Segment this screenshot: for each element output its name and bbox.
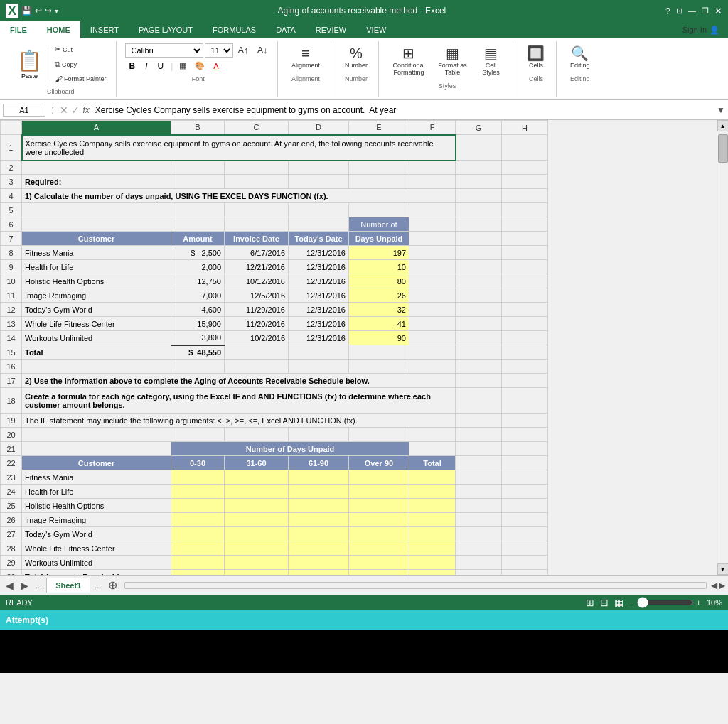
cut-button[interactable]: ✂ Cut	[51, 43, 110, 56]
cell-h4[interactable]	[502, 189, 548, 203]
tab-data[interactable]: DATA	[266, 21, 306, 38]
cell-f30[interactable]	[410, 570, 456, 576]
cell-c7[interactable]: Invoice Date	[225, 232, 289, 246]
save-icon[interactable]: 💾	[21, 6, 32, 16]
cell-f10[interactable]	[410, 274, 456, 288]
cell-b24[interactable]	[171, 485, 225, 499]
cell-f11[interactable]	[410, 288, 456, 303]
insert-function-icon[interactable]: fx	[82, 105, 89, 115]
cell-e23[interactable]	[349, 470, 410, 485]
col-header-h[interactable]: H	[502, 121, 548, 135]
cell-e22[interactable]: Over 90	[349, 456, 410, 470]
cell-c29[interactable]	[225, 556, 289, 570]
cell-f5[interactable]	[410, 203, 456, 217]
cell-h8[interactable]	[502, 246, 548, 260]
cell-b13[interactable]: 15,900	[171, 317, 225, 331]
cell-a12[interactable]: Today's Gym World	[22, 303, 171, 317]
cell-c5[interactable]	[225, 203, 289, 217]
help-icon[interactable]: ?	[665, 6, 670, 16]
cell-g2[interactable]	[456, 161, 502, 175]
scroll-down-arrow[interactable]: ▼	[717, 563, 729, 575]
cell-f23[interactable]	[410, 470, 456, 485]
cell-b14[interactable]: 3,800	[171, 331, 225, 345]
cell-d25[interactable]	[289, 499, 349, 513]
cell-e3[interactable]	[349, 175, 410, 189]
cell-f21[interactable]	[410, 442, 456, 456]
cell-b30[interactable]	[171, 570, 225, 576]
cell-a29[interactable]: Workouts Unlimited	[22, 556, 171, 570]
cell-a11[interactable]: Image Reimaging	[22, 288, 171, 303]
cell-e6[interactable]: Number of	[349, 217, 410, 232]
cell-b12[interactable]: 4,600	[171, 303, 225, 317]
cell-g18[interactable]	[456, 388, 502, 414]
scroll-left-icon[interactable]: ◀	[711, 580, 717, 590]
cell-h11[interactable]	[502, 288, 548, 303]
cell-d11[interactable]: 12/31/2016	[289, 288, 349, 303]
cell-h9[interactable]	[502, 260, 548, 274]
cell-e20[interactable]	[349, 428, 410, 442]
cell-h12[interactable]	[502, 303, 548, 317]
cell-g10[interactable]	[456, 274, 502, 288]
cell-f20[interactable]	[410, 428, 456, 442]
cell-d26[interactable]	[289, 513, 349, 527]
cell-g19[interactable]	[456, 414, 502, 428]
cell-g24[interactable]	[456, 485, 502, 499]
cell-d15[interactable]	[289, 345, 349, 360]
cell-h22[interactable]	[502, 456, 548, 470]
cell-b15[interactable]: $ 48,550	[171, 345, 225, 360]
cell-a5[interactable]	[22, 203, 171, 217]
cell-e11[interactable]: 26	[349, 288, 410, 303]
cell-c22[interactable]: 31-60	[225, 456, 289, 470]
minimize-icon[interactable]: —	[688, 6, 696, 15]
cell-d22[interactable]: 61-90	[289, 456, 349, 470]
cell-e10[interactable]: 80	[349, 274, 410, 288]
cell-a7[interactable]: Customer	[22, 232, 171, 246]
cell-g1[interactable]	[456, 135, 502, 161]
cell-b11[interactable]: 7,000	[171, 288, 225, 303]
cell-b20[interactable]	[171, 428, 225, 442]
cell-c3[interactable]	[225, 175, 289, 189]
cell-h27[interactable]	[502, 527, 548, 541]
cell-e28[interactable]	[349, 541, 410, 556]
cell-e7[interactable]: Days Unpaid	[349, 232, 410, 246]
col-header-c[interactable]: C	[225, 121, 289, 135]
cell-c25[interactable]	[225, 499, 289, 513]
cell-d3[interactable]	[289, 175, 349, 189]
sign-in-button[interactable]: Sign In 👤	[674, 21, 728, 38]
cell-styles-button[interactable]: ▤ Cell Styles	[475, 43, 507, 80]
cell-c6[interactable]	[225, 217, 289, 232]
cell-g4[interactable]	[456, 189, 502, 203]
cell-d2[interactable]	[289, 161, 349, 175]
border-button[interactable]: ▦	[176, 59, 190, 72]
cell-b6[interactable]	[171, 217, 225, 232]
cell-g21[interactable]	[456, 442, 502, 456]
cell-g15[interactable]	[456, 345, 502, 360]
cell-g13[interactable]	[456, 317, 502, 331]
cell-a27[interactable]: Today's Gym World	[22, 527, 171, 541]
col-header-b[interactable]: B	[171, 121, 225, 135]
cell-e16[interactable]	[349, 360, 410, 374]
cell-d28[interactable]	[289, 541, 349, 556]
cell-h14[interactable]	[502, 331, 548, 345]
cell-e13[interactable]: 41	[349, 317, 410, 331]
cells-button[interactable]: 🔲 Cells	[522, 43, 550, 72]
cell-a10[interactable]: Holistic Health Options	[22, 274, 171, 288]
cell-g25[interactable]	[456, 499, 502, 513]
tab-review[interactable]: REVIEW	[306, 21, 356, 38]
cell-b29[interactable]	[171, 556, 225, 570]
cell-a18[interactable]: Create a formula for each age category, …	[22, 388, 456, 414]
scroll-up-arrow[interactable]: ▲	[717, 120, 729, 131]
cell-a30[interactable]: Total Accounts Receivable	[22, 570, 171, 576]
cell-g29[interactable]	[456, 556, 502, 570]
cell-c24[interactable]	[225, 485, 289, 499]
undo-icon[interactable]: ↩	[35, 6, 42, 16]
cell-c14[interactable]: 10/2/2016	[225, 331, 289, 345]
cell-c8[interactable]: 6/17/2016	[225, 246, 289, 260]
cell-h15[interactable]	[502, 345, 548, 360]
cell-e26[interactable]	[349, 513, 410, 527]
decrease-font-button[interactable]: A↓	[254, 43, 272, 58]
cell-d10[interactable]: 12/31/2016	[289, 274, 349, 288]
cell-a15[interactable]: Total	[22, 345, 171, 360]
cell-h5[interactable]	[502, 203, 548, 217]
conditional-formatting-button[interactable]: ⊞ Conditional Formatting	[387, 43, 430, 80]
